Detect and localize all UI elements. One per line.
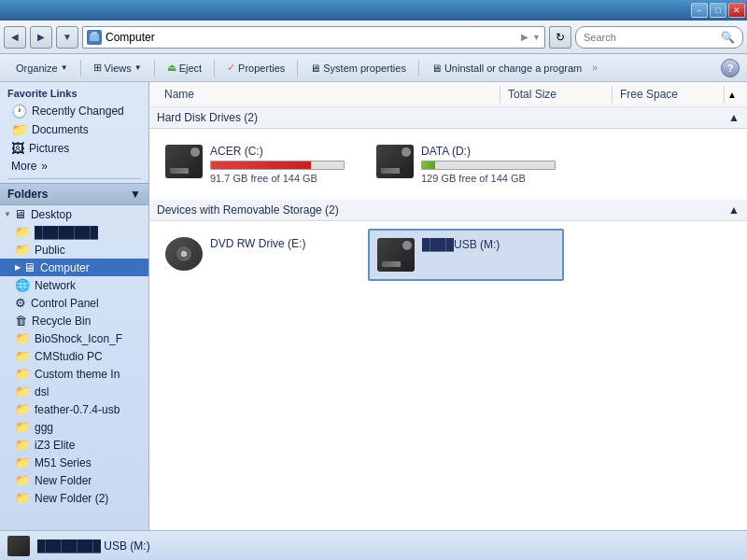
svg-rect-1 <box>92 32 97 35</box>
sidebar-divider <box>7 178 141 179</box>
free-space-col-header[interactable]: Free Space <box>613 86 725 103</box>
properties-icon: ✓ <box>227 62 235 74</box>
uninstall-icon: 🖥 <box>431 63 442 74</box>
folder-tree-item[interactable]: 📁 M51 Series <box>0 454 148 471</box>
drive-info: ████USB (M:) <box>422 238 555 254</box>
drive-progress-fill <box>422 161 435 169</box>
toolbar-sep3 <box>214 60 215 77</box>
folder-tree-item[interactable]: ▶ 🖥 Computer <box>0 259 148 276</box>
hard-disk-drive-item[interactable]: DATA (D:) 129 GB free of 144 GB <box>368 136 564 192</box>
folder-tree-item[interactable]: ⚙ Control Panel <box>0 294 148 312</box>
folder-label: Desktop <box>31 208 72 221</box>
dvd-icon <box>165 237 203 271</box>
removable-device-item[interactable]: ████USB (M:) <box>368 229 564 281</box>
removable-device-item[interactable]: DVD RW Drive (E:) <box>157 229 353 281</box>
favorite-links-title: Favorite Links <box>0 82 148 102</box>
folder-icon: 🗑 <box>15 314 27 328</box>
sidebar-item-documents[interactable]: 📁 Documents <box>0 120 148 139</box>
removable-collapse-btn[interactable]: ▲ <box>728 203 740 217</box>
folder-tree-item[interactable]: 📁 ████████ <box>0 223 148 241</box>
folder-tree: ▼ 🖥 Desktop📁 ████████📁 Public▶ 🖥 Compute… <box>0 205 148 507</box>
drive-name: DATA (D:) <box>421 145 556 158</box>
search-input[interactable] <box>584 32 717 43</box>
system-props-label: System properties <box>323 63 406 74</box>
folder-label: CMStudio PC <box>35 350 103 363</box>
eject-label: Eject <box>179 63 202 74</box>
back-button[interactable]: ◀ <box>4 26 26 49</box>
toolbar-sep2 <box>154 60 155 77</box>
hard-disk-drive-item[interactable]: ACER (C:) 91.7 GB free of 144 GB <box>157 136 353 192</box>
address-dropdown[interactable]: ▼ <box>532 33 541 42</box>
minimize-button[interactable]: − <box>691 3 708 18</box>
uninstall-label: Uninstall or change a program <box>444 63 582 74</box>
drive-progress-bar <box>421 161 556 170</box>
name-col-header[interactable]: Name <box>157 86 500 103</box>
folder-icon: 📁 <box>15 402 30 416</box>
organize-arrow: ▼ <box>61 63 68 72</box>
folder-tree-item[interactable]: 📁 Custom theme In <box>0 365 148 383</box>
hd-collapse-btn[interactable]: ▲ <box>728 111 740 124</box>
hard-disk-section-header: Hard Disk Drives (2) ▲ <box>149 107 747 129</box>
title-bar: − □ ✕ <box>0 0 747 21</box>
folder-label: M51 Series <box>35 456 92 469</box>
dvd-disc <box>176 246 191 261</box>
folder-tree-item[interactable]: 📁 Public <box>0 241 148 259</box>
folder-tree-item[interactable]: 🗑 Recycle Bin <box>0 312 148 329</box>
recent-icon: 🕐 <box>11 104 27 119</box>
views-icon: ⊞ <box>93 62 102 74</box>
drive-space-text: 91.7 GB free of 144 GB <box>210 173 345 184</box>
main-layout: Favorite Links 🕐 Recently Changed 📁 Docu… <box>0 82 747 530</box>
folder-label: Network <box>35 279 76 292</box>
folder-icon: 🌐 <box>15 278 30 292</box>
folder-tree-item[interactable]: 📁 New Folder <box>0 471 148 489</box>
pictures-label: Pictures <box>29 142 69 155</box>
folder-tree-item[interactable]: 📁 dsl <box>0 383 148 400</box>
recent-button[interactable]: ▼ <box>56 26 78 49</box>
folder-tree-item[interactable]: 📁 feather-0.7.4-usb <box>0 400 148 418</box>
drive-info: ACER (C:) 91.7 GB free of 144 GB <box>210 145 345 184</box>
folder-tree-item[interactable]: 📁 BioShock_Icon_F <box>0 329 148 347</box>
folder-label: dsl <box>35 385 49 399</box>
folder-label: iZ3 Elite <box>35 439 75 452</box>
toolbar-more[interactable]: » <box>592 63 598 73</box>
views-button[interactable]: ⊞ Views ▼ <box>85 58 150 78</box>
drive-space-text: 129 GB free of 144 GB <box>421 173 556 184</box>
collapse-button[interactable]: ▲ <box>725 90 740 100</box>
system-props-icon: 🖥 <box>310 63 320 74</box>
refresh-button[interactable]: ↻ <box>549 26 571 49</box>
sidebar-item-more[interactable]: More » <box>0 158 148 175</box>
system-properties-button[interactable]: 🖥 System properties <box>302 58 415 78</box>
properties-button[interactable]: ✓ Properties <box>218 58 293 78</box>
folder-tree-item[interactable]: 📁 CMStudio PC <box>0 347 148 365</box>
folders-header[interactable]: Folders ▼ <box>0 183 148 205</box>
eject-button[interactable]: ⏏ Eject <box>159 58 210 78</box>
close-button[interactable]: ✕ <box>728 3 745 18</box>
folder-tree-item[interactable]: 🌐 Network <box>0 276 148 294</box>
address-bar[interactable]: Computer ▶ ▼ <box>82 26 545 49</box>
content-area: Name Total Size Free Space ▲ Hard Disk D… <box>149 82 747 530</box>
folder-tree-item[interactable]: 📁 New Folder (2) <box>0 489 148 507</box>
maximize-button[interactable]: □ <box>710 3 726 18</box>
folder-tree-item[interactable]: 📁 iZ3 Elite <box>0 436 148 454</box>
more-symbol: » <box>41 160 48 173</box>
address-icon <box>87 30 102 45</box>
recently-changed-label: Recently Changed <box>32 105 124 118</box>
hard-disk-title: Hard Disk Drives (2) <box>157 111 258 124</box>
pictures-icon: 🖼 <box>11 141 24 156</box>
nav-bar: ◀ ▶ ▼ Computer ▶ ▼ ↻ 🔍 <box>0 21 747 54</box>
folder-label: Recycle Bin <box>32 315 91 328</box>
content-header: Name Total Size Free Space ▲ <box>149 82 747 107</box>
folder-tree-item[interactable]: 📁 ggg <box>0 418 148 436</box>
sidebar-item-pictures[interactable]: 🖼 Pictures <box>0 139 148 158</box>
toolbar-sep5 <box>418 60 419 77</box>
sidebar-item-recently-changed[interactable]: 🕐 Recently Changed <box>0 102 148 120</box>
folder-tree-item[interactable]: ▼ 🖥 Desktop <box>0 205 148 223</box>
folder-label: New Folder (2) <box>35 492 108 505</box>
folder-icon: 📁 <box>15 349 30 363</box>
help-button[interactable]: ? <box>721 59 740 77</box>
forward-button[interactable]: ▶ <box>30 26 52 49</box>
total-size-col-header[interactable]: Total Size <box>500 86 613 103</box>
organize-button[interactable]: Organize ▼ <box>7 58 77 78</box>
folder-label: Public <box>35 244 65 257</box>
uninstall-button[interactable]: 🖥 Uninstall or change a program <box>423 58 590 78</box>
